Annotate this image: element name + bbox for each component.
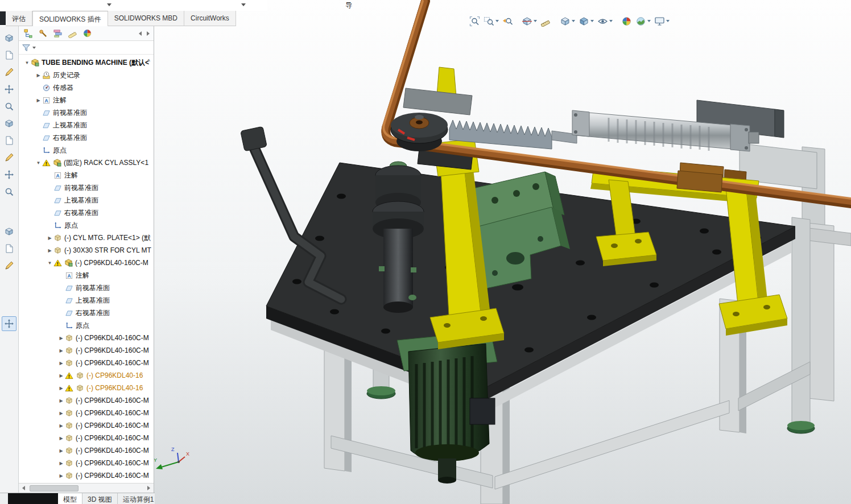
scroll-right-icon[interactable] xyxy=(144,484,154,493)
dropdown-caret-icon[interactable] xyxy=(647,20,651,22)
tree-item[interactable]: ▼(-) CP96KDL40-160C-M xyxy=(19,257,154,269)
tree-item[interactable]: 右视基准面 xyxy=(19,206,154,219)
feature-manager-tab[interactable] xyxy=(20,27,35,40)
expand-arrow-icon[interactable]: ▶ xyxy=(57,348,65,353)
pan-view-icon[interactable] xyxy=(2,258,16,273)
display-manager-tab[interactable] xyxy=(80,27,94,40)
previous-view-icon[interactable] xyxy=(501,14,515,28)
tree-item[interactable]: 右视基准面 xyxy=(19,307,154,319)
expand-arrow-icon[interactable]: ▼ xyxy=(46,261,53,266)
tree-item[interactable]: ▼TUBE BENDING MACHINE (默认< xyxy=(19,56,154,69)
selection-tool-icon[interactable] xyxy=(2,316,16,331)
open-document-icon[interactable] xyxy=(2,48,16,63)
tree-item[interactable]: ▶(-) CP96KDL40-16 xyxy=(19,382,154,394)
new-document-icon[interactable] xyxy=(2,31,16,46)
tree-item[interactable]: 传感器 xyxy=(19,81,154,94)
tree-item[interactable]: A注解 xyxy=(19,169,154,181)
tab-3d-views[interactable]: 3D 视图 xyxy=(82,493,118,504)
expand-arrow-icon[interactable]: ▶ xyxy=(57,436,65,441)
tree-item[interactable]: ▶(-) CP96KDL40-160C-M xyxy=(19,332,154,344)
menu-overflow-label[interactable]: 导 xyxy=(345,1,352,10)
tree-item[interactable]: 上视基准面 xyxy=(19,194,154,206)
tree-item[interactable]: ▶(-) CP96KDL40-160C-M xyxy=(19,357,154,369)
expand-arrow-icon[interactable]: ▶ xyxy=(57,411,65,416)
tree-item[interactable]: 右视基准面 xyxy=(19,131,154,144)
tree-item[interactable]: ▶A注解 xyxy=(19,94,154,106)
section-view-icon[interactable] xyxy=(520,14,534,28)
dropdown-caret-icon[interactable] xyxy=(590,20,594,22)
expand-arrow-icon[interactable]: ▶ xyxy=(57,361,65,366)
property-manager-tab[interactable] xyxy=(35,27,50,40)
cube-view-icon[interactable] xyxy=(2,65,16,80)
tree-item[interactable]: ▶(-) CP96KDL40-160C-M xyxy=(19,469,154,482)
ribbon-tab-addins[interactable]: SOLIDWORKS 插件 xyxy=(32,11,108,26)
configuration-manager-tab[interactable] xyxy=(50,27,65,40)
scrollbar-thumb[interactable] xyxy=(30,485,79,491)
panel-nav-left-icon[interactable] xyxy=(136,28,144,39)
expand-arrow-icon[interactable]: ▶ xyxy=(57,386,65,391)
tree-item[interactable]: ▶(-) CYL MTG. PLATE<1> (默 xyxy=(19,232,154,244)
tree-item[interactable]: ▶(-) CP96KDL40-160C-M xyxy=(19,407,154,419)
zoom-fit-icon[interactable] xyxy=(468,14,482,28)
ribbon-tab-mbd[interactable]: SOLIDWORKS MBD xyxy=(108,11,184,26)
zoom-area-icon[interactable] xyxy=(482,14,496,28)
dimension-icon[interactable] xyxy=(2,99,16,114)
tree-item[interactable]: ▶(-) CP96KDL40-160C-M xyxy=(19,419,154,432)
dropdown-caret-icon[interactable] xyxy=(241,3,246,6)
section-tool-icon[interactable] xyxy=(2,133,16,148)
measure-icon[interactable] xyxy=(539,14,553,28)
dropdown-caret-icon[interactable] xyxy=(495,20,499,22)
tree-item[interactable]: A注解 xyxy=(19,269,154,282)
dimxpert-manager-tab[interactable] xyxy=(65,27,80,40)
edit-appearance-icon[interactable] xyxy=(619,14,634,28)
mate-icon[interactable] xyxy=(2,167,16,182)
tree-item[interactable]: ▶(-) CP96KDL40-160C-M xyxy=(19,394,154,407)
3d-viewport[interactable]: Y Z X xyxy=(154,0,851,504)
expand-arrow-icon[interactable]: ▶ xyxy=(35,73,42,78)
tree-item[interactable]: 原点 xyxy=(19,144,154,156)
tree-item[interactable]: ▶(-) 30X30 STR FOR CYL MT xyxy=(19,244,154,257)
view-orientation-icon[interactable] xyxy=(558,14,572,28)
tree-item[interactable]: 上视基准面 xyxy=(19,119,154,131)
expand-arrow-icon[interactable]: ▶ xyxy=(57,461,65,466)
tree-item[interactable]: ▶(-) CP96KDL40-160C-M xyxy=(19,457,154,469)
dropdown-caret-icon[interactable] xyxy=(534,20,537,22)
tree-item[interactable]: 原点 xyxy=(19,319,154,332)
expand-arrow-icon[interactable]: ▶ xyxy=(46,236,53,241)
rotate-view-icon[interactable] xyxy=(2,241,16,256)
dropdown-caret-icon[interactable] xyxy=(609,20,613,22)
expand-arrow-icon[interactable]: ▶ xyxy=(57,336,65,341)
ribbon-tab-evaluate[interactable]: 评估 xyxy=(6,11,32,26)
scroll-left-icon[interactable] xyxy=(19,484,28,493)
expand-arrow-icon[interactable]: ▶ xyxy=(57,473,65,478)
expand-arrow-icon[interactable]: ▶ xyxy=(57,423,65,428)
annotation-tool-icon[interactable] xyxy=(2,116,16,131)
expand-arrow-icon[interactable]: ▼ xyxy=(35,160,42,166)
dropdown-caret-icon[interactable] xyxy=(572,20,575,22)
expand-arrow-icon[interactable]: ▼ xyxy=(23,60,31,65)
expand-arrow-icon[interactable]: ▶ xyxy=(57,398,65,403)
filter-funnel-icon[interactable] xyxy=(22,43,31,52)
display-style-icon[interactable] xyxy=(577,14,591,28)
expand-arrow-icon[interactable]: ▶ xyxy=(57,448,65,453)
tree-horizontal-scrollbar[interactable] xyxy=(19,483,154,493)
tree-scroll-up[interactable]: ^ xyxy=(147,58,150,65)
tab-motion-study[interactable]: 运动算例1 xyxy=(118,493,155,504)
tree-item[interactable]: 原点 xyxy=(19,219,154,232)
sketch-icon[interactable] xyxy=(2,82,16,97)
dropdown-caret-icon[interactable] xyxy=(32,47,36,49)
dropdown-caret-icon[interactable] xyxy=(666,20,670,22)
view-settings-icon[interactable] xyxy=(652,14,667,28)
tree-item[interactable]: 上视基准面 xyxy=(19,294,154,307)
ribbon-tab-circuitworks[interactable]: CircuitWorks xyxy=(184,11,236,26)
tab-model[interactable]: 模型 xyxy=(58,493,82,504)
apply-scene-icon[interactable] xyxy=(634,14,648,28)
tree-item[interactable]: 前视基准面 xyxy=(19,181,154,194)
tree-item[interactable]: ▶(-) CP96KDL40-160C-M xyxy=(19,444,154,457)
tree-item[interactable]: ▶(-) CP96KDL40-160C-M xyxy=(19,432,154,444)
expand-arrow-icon[interactable]: ▶ xyxy=(57,373,65,378)
tree-item[interactable]: ▼(固定) RACK CYL ASSLY<1 xyxy=(19,156,154,169)
component-pattern-icon[interactable] xyxy=(2,184,16,199)
measure-tool-icon[interactable] xyxy=(2,150,16,165)
dropdown-caret-icon[interactable] xyxy=(107,3,111,6)
